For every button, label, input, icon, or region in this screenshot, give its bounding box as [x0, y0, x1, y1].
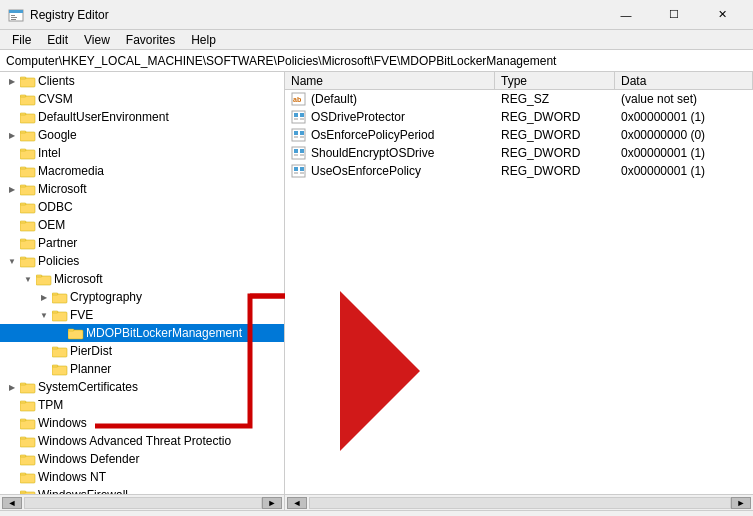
tree-expand-icon[interactable] [4, 397, 20, 413]
tree-item[interactable]: MDOPBitLockerManagement [0, 324, 284, 342]
tree-expand-icon[interactable] [4, 109, 20, 125]
tree-item[interactable]: ▶ Google [0, 126, 284, 144]
folder-icon [20, 128, 36, 142]
tree-item[interactable]: TPM [0, 396, 284, 414]
reg-data-cell: 0x00000000 (0) [615, 126, 753, 144]
tree-item[interactable]: Macromedia [0, 162, 284, 180]
tree-expand-icon[interactable] [52, 325, 68, 341]
scroll-right-btn[interactable]: ► [262, 497, 282, 509]
tree-item[interactable]: OEM [0, 216, 284, 234]
reg-type-cell: REG_DWORD [495, 144, 615, 162]
svg-rect-67 [300, 149, 304, 153]
tree-item-label: Microsoft [38, 182, 87, 196]
tree-item[interactable]: DefaultUserEnvironment [0, 108, 284, 126]
tree-expand-icon[interactable]: ▶ [36, 289, 52, 305]
tree-item[interactable]: ▶ Cryptography [0, 288, 284, 306]
tree-expand-icon[interactable]: ▼ [4, 253, 20, 269]
folder-icon [20, 200, 36, 214]
tree-expand-icon[interactable] [4, 451, 20, 467]
right-scroll[interactable]: ◄ ► [285, 495, 753, 510]
tree-expand-icon[interactable] [4, 199, 20, 215]
svg-rect-22 [20, 221, 26, 223]
close-button[interactable]: ✕ [699, 0, 745, 30]
left-scroll[interactable]: ◄ ► [0, 495, 285, 510]
tree-expand-icon[interactable] [4, 91, 20, 107]
tree-item[interactable]: Intel [0, 144, 284, 162]
scroll-track[interactable] [24, 497, 262, 509]
reg-name-cell: OSDriveProtector [285, 108, 495, 126]
svg-rect-8 [20, 95, 26, 97]
table-row[interactable]: OSDriveProtectorREG_DWORD0x00000001 (1) [285, 108, 753, 126]
tree-item[interactable]: PierDist [0, 342, 284, 360]
reg-name-cell: ab (Default) [285, 90, 495, 108]
folder-icon [20, 398, 36, 412]
tree-item[interactable]: Windows NT [0, 468, 284, 486]
tree-expand-icon[interactable]: ▶ [4, 181, 20, 197]
tree-expand-icon[interactable] [36, 361, 52, 377]
scroll-left-btn2[interactable]: ◄ [287, 497, 307, 509]
svg-rect-25 [20, 258, 35, 267]
tree-item[interactable]: Windows Advanced Threat Protectio [0, 432, 284, 450]
tree-item-label: FVE [70, 308, 93, 322]
scroll-left-btn[interactable]: ◄ [2, 497, 22, 509]
tree-expand-icon[interactable] [4, 235, 20, 251]
menu-edit[interactable]: Edit [39, 30, 76, 49]
tree-expand-icon[interactable] [4, 415, 20, 431]
tree-item[interactable]: WindowsFirewall [0, 486, 284, 494]
folder-icon [20, 74, 36, 88]
tree-item-label: Clients [38, 74, 75, 88]
tree-expand-icon[interactable] [4, 163, 20, 179]
tree-item[interactable]: ▶ Clients [0, 72, 284, 90]
svg-rect-50 [20, 473, 26, 475]
tree-expand-icon[interactable]: ▼ [36, 307, 52, 323]
status-bar [0, 510, 753, 516]
tree-expand-icon[interactable] [4, 217, 20, 233]
menu-file[interactable]: File [4, 30, 39, 49]
folder-icon [68, 326, 84, 340]
svg-rect-30 [52, 293, 58, 295]
tree-expand-icon[interactable] [4, 487, 20, 494]
tree-item[interactable]: ▶ Microsoft [0, 180, 284, 198]
tree-scroll[interactable]: ▶ Clients CVSM DefaultUserEnvironment▶ G… [0, 72, 284, 494]
tree-item[interactable]: ODBC [0, 198, 284, 216]
col-header-data[interactable]: Data [615, 72, 753, 89]
menu-help[interactable]: Help [183, 30, 224, 49]
tree-expand-icon[interactable] [4, 469, 20, 485]
col-header-type[interactable]: Type [495, 72, 615, 89]
tree-expand-icon[interactable]: ▼ [20, 271, 36, 287]
tree-item[interactable]: Planner [0, 360, 284, 378]
tree-item[interactable]: ▼ FVE [0, 306, 284, 324]
scroll-track2[interactable] [309, 497, 731, 509]
svg-rect-26 [20, 257, 26, 259]
tree-expand-icon[interactable]: ▶ [4, 379, 20, 395]
menu-view[interactable]: View [76, 30, 118, 49]
table-row[interactable]: UseOsEnforcePolicyREG_DWORD0x00000001 (1… [285, 162, 753, 180]
table-row[interactable]: OsEnforcePolicyPeriodREG_DWORD0x00000000… [285, 126, 753, 144]
col-header-name[interactable]: Name [285, 72, 495, 89]
tree-item[interactable]: ▼ Policies [0, 252, 284, 270]
tree-expand-icon[interactable] [36, 343, 52, 359]
table-row[interactable]: ab (Default)REG_SZ(value not set) [285, 90, 753, 108]
svg-rect-27 [36, 276, 51, 285]
tree-item[interactable]: CVSM [0, 90, 284, 108]
tree-item[interactable]: ▼ Microsoft [0, 270, 284, 288]
tree-expand-icon[interactable]: ▶ [4, 127, 20, 143]
tree-item[interactable]: Partner [0, 234, 284, 252]
tree-expand-icon[interactable]: ▶ [4, 73, 20, 89]
tree-expand-icon[interactable] [4, 145, 20, 161]
svg-rect-12 [20, 131, 26, 133]
tree-item[interactable]: Windows [0, 414, 284, 432]
table-row[interactable]: ShouldEncryptOSDriveREG_DWORD0x00000001 … [285, 144, 753, 162]
reg-data-cell: 0x00000001 (1) [615, 108, 753, 126]
svg-rect-37 [52, 366, 67, 375]
minimize-button[interactable]: — [603, 0, 649, 30]
tree-expand-icon[interactable] [4, 433, 20, 449]
folder-icon [36, 272, 52, 286]
tree-item[interactable]: ▶ SystemCertificates [0, 378, 284, 396]
svg-rect-5 [20, 78, 35, 87]
maximize-button[interactable]: ☐ [651, 0, 697, 30]
tree-item[interactable]: Windows Defender [0, 450, 284, 468]
menu-favorites[interactable]: Favorites [118, 30, 183, 49]
reg-name-text: OsEnforcePolicyPeriod [311, 128, 434, 142]
scroll-right-btn2[interactable]: ► [731, 497, 751, 509]
